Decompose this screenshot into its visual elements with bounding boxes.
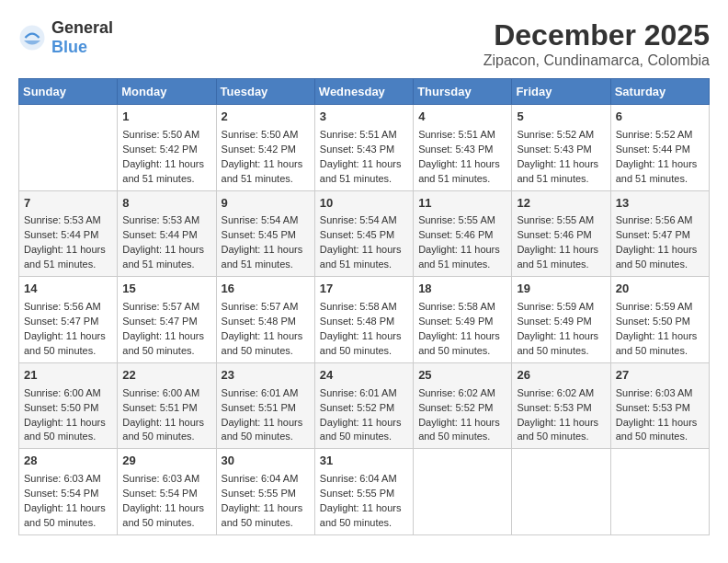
calendar-cell: 12Sunrise: 5:55 AMSunset: 5:46 PMDayligh…: [512, 190, 610, 277]
calendar-cell: 25Sunrise: 6:02 AMSunset: 5:52 PMDayligh…: [414, 362, 512, 449]
day-info-line: Daylight: 11 hours: [517, 157, 605, 172]
day-info-line: Daylight: 11 hours: [517, 243, 605, 258]
day-info-line: Sunset: 5:51 PM: [122, 401, 210, 416]
day-info-line: Sunrise: 6:04 AM: [320, 472, 408, 487]
day-number: 24: [320, 367, 408, 385]
day-number: 14: [24, 281, 112, 298]
day-info-line: Sunset: 5:48 PM: [222, 315, 310, 329]
day-info-line: Sunrise: 6:03 AM: [122, 472, 210, 487]
day-number: 5: [517, 109, 605, 126]
day-info-line: Sunset: 5:49 PM: [517, 315, 605, 329]
day-info-line: Sunset: 5:48 PM: [320, 315, 408, 329]
day-info-line: Sunset: 5:42 PM: [122, 143, 210, 157]
day-info-line: Sunset: 5:46 PM: [517, 228, 605, 243]
day-number: 9: [222, 195, 310, 213]
calendar-cell: 23Sunrise: 6:01 AMSunset: 5:51 PMDayligh…: [216, 362, 314, 449]
day-number: 27: [616, 367, 704, 385]
weekday-header: Sunday: [19, 79, 118, 105]
day-info-line: Daylight: 11 hours: [122, 329, 210, 344]
day-number: 31: [320, 453, 408, 470]
calendar-cell: 24Sunrise: 6:01 AMSunset: 5:52 PMDayligh…: [314, 362, 413, 449]
day-info-line: Sunset: 5:52 PM: [418, 401, 506, 416]
day-info-line: Daylight: 11 hours: [418, 243, 506, 258]
day-info-line: Sunset: 5:46 PM: [418, 228, 506, 243]
day-number: 16: [222, 281, 310, 298]
day-info-line: Daylight: 11 hours: [616, 329, 704, 344]
day-info-line: Daylight: 11 hours: [616, 243, 704, 258]
day-info-line: Sunrise: 5:51 AM: [320, 128, 408, 143]
day-info-line: Daylight: 11 hours: [418, 416, 506, 431]
calendar-week-row: 28Sunrise: 6:03 AMSunset: 5:54 PMDayligh…: [19, 449, 710, 535]
day-info-line: Sunrise: 6:01 AM: [320, 386, 408, 401]
day-info-line: and 50 minutes.: [320, 344, 408, 359]
calendar-cell: 30Sunrise: 6:04 AMSunset: 5:55 PMDayligh…: [216, 449, 314, 535]
day-info-line: and 51 minutes.: [418, 172, 506, 187]
day-info-line: Sunrise: 6:01 AM: [222, 386, 310, 401]
day-info-line: Sunrise: 5:57 AM: [122, 300, 210, 315]
day-info-line: Sunrise: 5:50 AM: [122, 128, 210, 143]
logo-icon: [18, 24, 46, 52]
calendar-week-row: 14Sunrise: 5:56 AMSunset: 5:47 PMDayligh…: [19, 277, 710, 363]
day-info-line: Sunset: 5:44 PM: [24, 228, 112, 243]
day-number: 26: [517, 367, 605, 385]
calendar-cell: 20Sunrise: 5:59 AMSunset: 5:50 PMDayligh…: [610, 277, 709, 363]
day-info-line: Daylight: 11 hours: [24, 416, 112, 431]
calendar-cell: [414, 449, 512, 535]
calendar-cell: 18Sunrise: 5:58 AMSunset: 5:49 PMDayligh…: [414, 277, 512, 363]
calendar-cell: 5Sunrise: 5:52 AMSunset: 5:43 PMDaylight…: [512, 105, 610, 191]
day-info-line: Sunset: 5:50 PM: [616, 315, 704, 329]
day-info-line: Daylight: 11 hours: [320, 501, 408, 516]
day-info-line: Daylight: 11 hours: [122, 416, 210, 431]
day-info-line: Sunrise: 5:52 AM: [616, 128, 704, 143]
day-number: 13: [616, 195, 704, 213]
day-info-line: Sunset: 5:55 PM: [222, 487, 310, 501]
day-info-line: Sunrise: 6:02 AM: [418, 386, 506, 401]
day-info-line: and 50 minutes.: [222, 430, 310, 444]
calendar-cell: 29Sunrise: 6:03 AMSunset: 5:54 PMDayligh…: [118, 449, 216, 535]
day-info-line: and 51 minutes.: [517, 172, 605, 187]
calendar-cell: 16Sunrise: 5:57 AMSunset: 5:48 PMDayligh…: [216, 277, 314, 363]
page-header: General Blue December 2025 Zipacon, Cund…: [18, 18, 710, 69]
day-number: 17: [320, 281, 408, 298]
day-info-line: Sunrise: 5:53 AM: [24, 213, 112, 228]
day-info-line: and 50 minutes.: [122, 516, 210, 531]
day-info-line: Daylight: 11 hours: [122, 501, 210, 516]
day-info-line: Sunset: 5:54 PM: [122, 487, 210, 501]
day-info-line: Sunset: 5:45 PM: [222, 228, 310, 243]
day-number: 8: [122, 195, 210, 213]
day-info-line: Sunrise: 6:00 AM: [122, 386, 210, 401]
calendar-cell: 28Sunrise: 6:03 AMSunset: 5:54 PMDayligh…: [19, 449, 118, 535]
day-info-line: and 50 minutes.: [24, 516, 112, 531]
calendar-cell: 15Sunrise: 5:57 AMSunset: 5:47 PMDayligh…: [118, 277, 216, 363]
day-info-line: and 51 minutes.: [122, 172, 210, 187]
svg-point-0: [20, 26, 45, 51]
day-info-line: Daylight: 11 hours: [320, 157, 408, 172]
day-info-line: Daylight: 11 hours: [222, 501, 310, 516]
day-info-line: Sunrise: 6:03 AM: [616, 386, 704, 401]
day-info-line: Daylight: 11 hours: [24, 243, 112, 258]
calendar-cell: 11Sunrise: 5:55 AMSunset: 5:46 PMDayligh…: [414, 190, 512, 277]
day-info-line: and 50 minutes.: [222, 516, 310, 531]
day-info-line: and 51 minutes.: [616, 172, 704, 187]
day-info-line: Daylight: 11 hours: [122, 243, 210, 258]
day-info-line: Daylight: 11 hours: [122, 157, 210, 172]
day-info-line: Sunrise: 5:56 AM: [24, 300, 112, 315]
day-info-line: Sunset: 5:43 PM: [418, 143, 506, 157]
day-info-line: Sunrise: 5:56 AM: [616, 213, 704, 228]
day-info-line: and 50 minutes.: [122, 430, 210, 444]
day-info-line: Sunrise: 6:00 AM: [24, 386, 112, 401]
day-info-line: and 50 minutes.: [616, 430, 704, 444]
calendar-cell: 10Sunrise: 5:54 AMSunset: 5:45 PMDayligh…: [314, 190, 413, 277]
day-info-line: Sunset: 5:53 PM: [616, 401, 704, 416]
day-number: 19: [517, 281, 605, 298]
calendar-cell: 22Sunrise: 6:00 AMSunset: 5:51 PMDayligh…: [118, 362, 216, 449]
day-info-line: Daylight: 11 hours: [222, 157, 310, 172]
day-info-line: and 50 minutes.: [616, 258, 704, 272]
day-info-line: Sunset: 5:53 PM: [517, 401, 605, 416]
month-title: December 2025: [483, 18, 710, 52]
weekday-header: Monday: [118, 79, 216, 105]
calendar-cell: 19Sunrise: 5:59 AMSunset: 5:49 PMDayligh…: [512, 277, 610, 363]
day-info-line: Sunset: 5:44 PM: [616, 143, 704, 157]
day-info-line: Sunrise: 5:58 AM: [418, 300, 506, 315]
day-info-line: and 50 minutes.: [24, 430, 112, 444]
